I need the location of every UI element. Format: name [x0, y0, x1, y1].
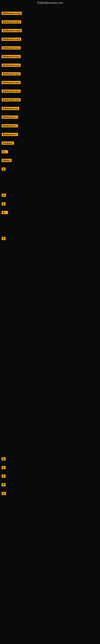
bottleneck-result-badge[interactable]: B: [1, 168, 6, 171]
badge-row: B: [1, 236, 6, 240]
bottleneck-result-badge[interactable]: Bottleneck resu: [1, 98, 21, 102]
site-title: TheBottlenecker.com: [0, 0, 100, 6]
bottleneck-result-badge[interactable]: Bott: [1, 211, 8, 214]
bottleneck-result-badge[interactable]: B: [1, 466, 6, 469]
bottleneck-result-badge[interactable]: Bottleneck resu: [1, 55, 21, 58]
badge-row: Bottleneck re: [1, 115, 19, 119]
badge-row: B: [1, 483, 6, 487]
bottleneck-result-badge[interactable]: Bottleneck resu: [1, 81, 21, 84]
bottleneck-result-badge[interactable]: Bottleneck result: [1, 29, 22, 32]
badge-row: B: [1, 457, 6, 461]
badge-row: Bottleneck result: [1, 11, 23, 15]
badge-row: B: [1, 466, 6, 470]
badge-row: Bo: [1, 193, 7, 197]
bottleneck-result-badge[interactable]: Bottleneck resu: [1, 90, 21, 93]
bottleneck-result-badge[interactable]: Bottleneck resul: [1, 38, 21, 41]
bottleneck-result-badge[interactable]: Bottleneck resu: [1, 46, 21, 50]
bottleneck-result-badge[interactable]: B: [1, 483, 6, 486]
bottleneck-result-badge[interactable]: B: [1, 457, 6, 460]
bottleneck-result-badge[interactable]: Bottlen: [1, 159, 12, 162]
bottleneck-result-badge[interactable]: B: [1, 237, 6, 240]
badge-row: Bo: [1, 492, 7, 496]
bottleneck-result-badge[interactable]: Bottlenec: [1, 142, 14, 145]
badge-row: Bottleneck result: [1, 28, 23, 32]
badge-row: Bottleneck resu: [1, 80, 21, 84]
badge-row: Bottleneck resu: [1, 89, 21, 93]
badge-row: Bott: [1, 150, 9, 154]
bottleneck-result-badge[interactable]: Bottleneck re: [1, 133, 18, 136]
bottleneck-result-badge[interactable]: Bottleneck resul: [1, 20, 21, 24]
badge-row: Bottleneck resu: [1, 46, 21, 50]
badge-row: Bottleneck resu: [1, 54, 21, 58]
bottleneck-result-badge[interactable]: B: [1, 474, 6, 478]
bottleneck-result-badge[interactable]: Bottleneck resu: [1, 64, 21, 67]
badge-row: Bottleneck resu: [1, 98, 21, 102]
badge-row: Bottleneck resul: [1, 20, 22, 24]
badge-row: B: [1, 474, 6, 478]
bottleneck-result-badge[interactable]: Bottleneck res: [1, 107, 19, 110]
bottleneck-result-badge[interactable]: Bottleneck resu: [1, 72, 21, 76]
badge-row: Bottleneck resu: [1, 72, 21, 76]
bottleneck-result-badge[interactable]: Bo: [1, 492, 6, 495]
badge-row: Bottlen: [1, 158, 12, 162]
bottleneck-result-badge[interactable]: Bo: [1, 194, 6, 197]
badge-row: B: [1, 167, 6, 171]
bottleneck-result-badge[interactable]: Bottleneck result: [1, 12, 22, 15]
bottleneck-result-badge[interactable]: Bott: [1, 150, 8, 153]
badge-row: B: [1, 202, 6, 206]
bottleneck-result-badge[interactable]: Bottleneck re: [1, 116, 18, 119]
badge-row: Bottleneck resul: [1, 37, 22, 41]
badge-row: Bott: [1, 210, 9, 214]
badge-row: Bottleneck res: [1, 106, 20, 110]
badge-row: Bottlenec: [1, 141, 15, 145]
badge-row: Bottleneck resu: [1, 63, 21, 67]
bottleneck-result-badge[interactable]: B: [1, 202, 6, 206]
badge-row: Bottleneck re: [1, 124, 19, 128]
bottleneck-result-badge[interactable]: Bottleneck re: [1, 124, 18, 128]
badge-row: Bottleneck re: [1, 132, 19, 136]
